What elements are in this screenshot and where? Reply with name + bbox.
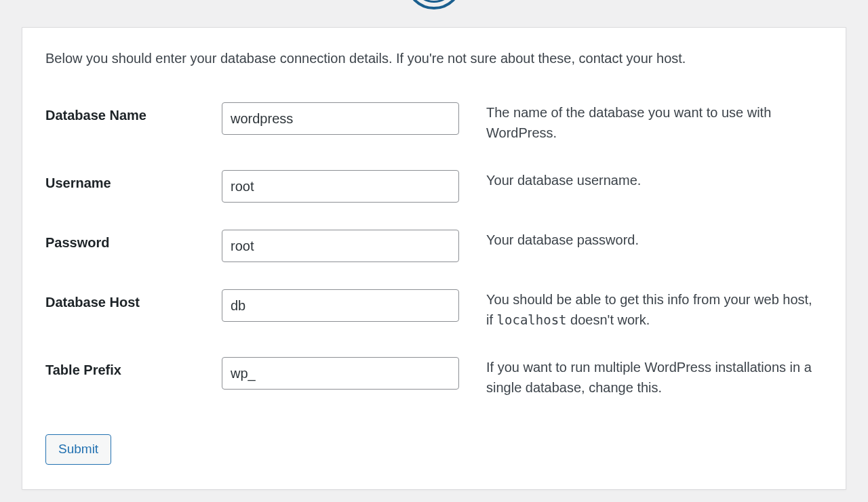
setup-form-card: Below you should enter your database con… bbox=[22, 27, 846, 490]
desc-database-host: You should be able to get this info from… bbox=[486, 276, 823, 343]
code-localhost: localhost bbox=[497, 312, 567, 327]
row-database-host: Database Host You should be able to get … bbox=[45, 276, 823, 343]
row-table-prefix: Table Prefix If you want to run multiple… bbox=[45, 343, 823, 411]
row-username: Username Your database username. bbox=[45, 156, 823, 216]
row-password: Password Your database password. bbox=[45, 216, 823, 276]
input-password[interactable] bbox=[222, 230, 459, 262]
label-table-prefix: Table Prefix bbox=[45, 343, 222, 411]
input-database-name[interactable] bbox=[222, 102, 459, 135]
label-database-host: Database Host bbox=[45, 276, 222, 343]
submit-button[interactable]: Submit bbox=[45, 434, 111, 465]
label-username: Username bbox=[45, 156, 222, 216]
desc-username: Your database username. bbox=[486, 156, 823, 216]
desc-database-name: The name of the database you want to use… bbox=[486, 89, 823, 156]
wordpress-logo-icon bbox=[406, 0, 462, 9]
wordpress-logo bbox=[0, 0, 868, 12]
intro-text: Below you should enter your database con… bbox=[45, 48, 823, 68]
input-username[interactable] bbox=[222, 170, 459, 203]
label-database-name: Database Name bbox=[45, 89, 222, 156]
input-database-host[interactable] bbox=[222, 289, 459, 322]
form-table: Database Name The name of the database y… bbox=[45, 89, 823, 411]
desc-password: Your database password. bbox=[486, 216, 823, 276]
input-table-prefix[interactable] bbox=[222, 357, 459, 390]
row-database-name: Database Name The name of the database y… bbox=[45, 89, 823, 156]
desc-table-prefix: If you want to run multiple WordPress in… bbox=[486, 343, 823, 411]
label-password: Password bbox=[45, 216, 222, 276]
